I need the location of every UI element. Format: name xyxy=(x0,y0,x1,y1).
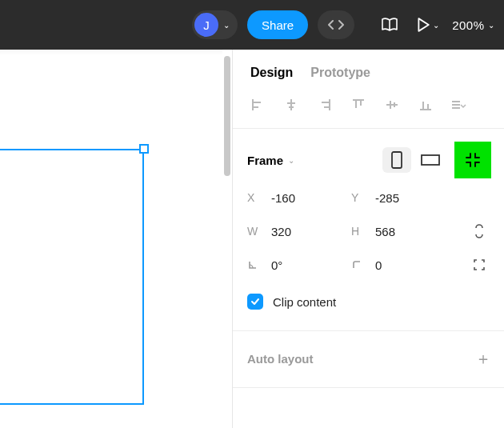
tab-prototype[interactable]: Prototype xyxy=(310,66,370,80)
portrait-icon xyxy=(391,151,402,169)
radius-label xyxy=(351,259,375,270)
frame-dropdown[interactable]: Frame xyxy=(247,154,283,167)
scrollbar-thumb[interactable] xyxy=(224,56,230,176)
zoom-menu[interactable]: 200% ⌄ xyxy=(452,18,494,32)
align-toolbar xyxy=(233,91,504,129)
align-bottom-icon xyxy=(418,98,433,112)
dev-mode-button[interactable] xyxy=(318,10,354,39)
vertical-scrollbar[interactable] xyxy=(222,50,232,428)
book-icon xyxy=(381,18,398,32)
zoom-value: 200% xyxy=(452,18,484,32)
resize-to-fit-icon xyxy=(464,151,482,169)
frame-section: Frame ⌄ xyxy=(233,129,504,331)
align-hcenter-icon xyxy=(284,98,298,112)
svg-rect-1 xyxy=(422,155,439,165)
independent-corners-button[interactable] xyxy=(467,253,491,277)
properties-panel: Design Prototype Frame ⌄ xyxy=(232,50,504,428)
align-top-button[interactable] xyxy=(348,94,369,115)
chevron-down-icon: ⌄ xyxy=(223,21,230,30)
y-label: Y xyxy=(351,191,375,204)
y-input[interactable]: -285 xyxy=(375,191,431,205)
resize-to-fit-button[interactable] xyxy=(461,148,485,172)
check-icon xyxy=(250,297,260,306)
user-menu[interactable]: J ⌄ xyxy=(192,10,238,39)
clip-content-checkbox[interactable] xyxy=(247,294,263,310)
rotation-input[interactable]: 0° xyxy=(271,258,327,272)
share-label: Share xyxy=(262,18,294,32)
orientation-landscape-button[interactable] xyxy=(416,147,445,173)
selected-frame-outline[interactable] xyxy=(0,149,144,405)
w-label: W xyxy=(247,225,271,238)
x-label: X xyxy=(247,191,271,204)
distribute-icon xyxy=(450,98,468,112)
library-button[interactable] xyxy=(375,10,404,39)
landscape-icon xyxy=(421,154,440,166)
selection-handle[interactable] xyxy=(139,144,149,154)
top-toolbar: J ⌄ Share ⌄ 200% ⌄ xyxy=(0,0,504,50)
auto-layout-section: Auto layout ＋ xyxy=(233,331,504,388)
x-input[interactable]: -160 xyxy=(271,191,327,205)
distribute-button[interactable] xyxy=(449,94,470,115)
user-initial: J xyxy=(203,18,210,32)
h-input[interactable]: 568 xyxy=(375,225,431,238)
align-hcenter-button[interactable] xyxy=(281,94,302,115)
align-top-icon xyxy=(351,98,366,112)
code-icon xyxy=(328,19,344,30)
auto-layout-label: Auto layout xyxy=(247,352,314,366)
angle-icon xyxy=(247,259,258,270)
link-icon xyxy=(473,223,486,239)
align-left-icon xyxy=(250,98,265,112)
independent-corners-icon xyxy=(472,258,486,272)
constrain-proportions-button[interactable] xyxy=(467,219,491,243)
chevron-down-icon: ⌄ xyxy=(288,156,294,165)
resize-to-fit-highlight xyxy=(454,142,491,178)
chevron-down-icon: ⌄ xyxy=(488,21,495,30)
align-right-icon xyxy=(318,98,332,112)
svg-rect-0 xyxy=(392,152,402,168)
canvas[interactable] xyxy=(0,50,232,428)
chevron-down-icon: ⌄ xyxy=(433,21,439,30)
align-vcenter-button[interactable] xyxy=(382,94,402,115)
h-label: H xyxy=(351,225,375,238)
w-input[interactable]: 320 xyxy=(271,225,327,238)
align-right-button[interactable] xyxy=(314,94,335,115)
tab-design[interactable]: Design xyxy=(250,66,293,80)
align-left-button[interactable] xyxy=(247,94,268,115)
share-button[interactable]: Share xyxy=(247,10,308,39)
panel-tabs: Design Prototype xyxy=(233,50,504,91)
main-area: Design Prototype Frame ⌄ xyxy=(0,50,504,428)
present-button[interactable]: ⌄ xyxy=(414,10,442,39)
orientation-portrait-button[interactable] xyxy=(382,147,411,173)
radius-input[interactable]: 0 xyxy=(375,258,431,272)
corner-radius-icon xyxy=(351,259,362,270)
play-icon xyxy=(417,18,430,32)
user-avatar: J xyxy=(194,13,218,37)
clip-content-label: Clip content xyxy=(273,295,336,309)
add-auto-layout-button[interactable]: ＋ xyxy=(475,348,491,370)
rotation-label xyxy=(247,259,271,270)
align-vcenter-icon xyxy=(385,98,399,112)
align-bottom-button[interactable] xyxy=(415,94,436,115)
